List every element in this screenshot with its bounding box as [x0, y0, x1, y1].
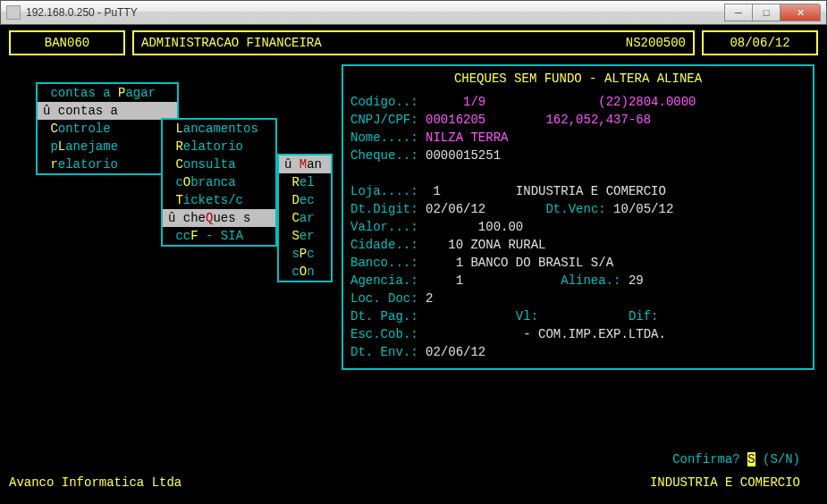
- menu3-item-4[interactable]: Ser: [279, 227, 331, 245]
- close-button[interactable]: ✕: [780, 4, 821, 21]
- detail-title: CHEQUES SEM FUNDO - ALTERA ALINEA: [350, 70, 806, 88]
- vl-label: Vl:: [516, 309, 538, 323]
- nome-value: NILZA TERRA: [426, 130, 508, 145]
- dtenv-value: 02/06/12: [426, 345, 485, 359]
- agencia-value: 1: [456, 273, 463, 288]
- cidade-value: 10 ZONA RURAL: [448, 238, 545, 252]
- menu-level-1: contas a Pagar û contas a Controle pLane…: [36, 82, 179, 175]
- menu1-item-3[interactable]: pLanejame: [38, 138, 177, 155]
- valor-label: Valor...:: [350, 220, 418, 234]
- window-title: 192.168.0.250 - PuTTY: [26, 6, 725, 19]
- detail-panel: CHEQUES SEM FUNDO - ALTERA ALINEA Codigo…: [342, 64, 814, 370]
- menu2-item-0[interactable]: Lancamentos: [163, 120, 275, 138]
- menu3-item-2[interactable]: Dec: [279, 191, 331, 209]
- valor-value: 100.00: [478, 220, 523, 234]
- cnpj-value: 00016205: [426, 113, 485, 127]
- locdoc-value: 2: [426, 291, 433, 306]
- menu2-item-6[interactable]: ccF - SIA: [163, 227, 275, 245]
- cheque-label: Cheque..:: [350, 148, 418, 163]
- loja-label: Loja....:: [350, 184, 418, 198]
- menu2-item-1[interactable]: Relatorio: [163, 138, 275, 155]
- menu3-item-3[interactable]: Car: [279, 209, 331, 227]
- putty-icon: [6, 5, 21, 20]
- menu1-item-2[interactable]: Controle: [38, 120, 177, 138]
- footer-right: INDUSTRIA E COMERCIO: [650, 474, 800, 491]
- dif-label: Dif:: [629, 309, 659, 323]
- header-code: BAN060: [9, 30, 125, 55]
- menu2-item-3[interactable]: cObranca: [163, 173, 275, 191]
- loja-value: 1: [433, 184, 440, 198]
- loja-desc: INDUSTRIA E COMERCIO: [516, 184, 666, 198]
- menu1-item-1[interactable]: û contas a: [38, 102, 177, 120]
- footer-left: Avanco Informatica Ltda: [9, 474, 181, 491]
- agencia-label: Agencia.:: [350, 273, 418, 288]
- banco-value: 1 BANCO DO BRASIL S/A: [456, 256, 613, 270]
- esccob-label: Esc.Cob.:: [350, 327, 418, 341]
- dtvenc-label: Dt.Venc:: [545, 202, 605, 216]
- confirm-value[interactable]: S: [747, 452, 755, 466]
- alinea-value: 29: [629, 273, 644, 288]
- window-titlebar: 192.168.0.250 - PuTTY ─ □ ✕: [0, 0, 827, 25]
- alinea-label: Alinea.:: [561, 273, 620, 288]
- banco-label: Banco...:: [350, 256, 418, 270]
- dtdigit-value: 02/06/12: [426, 202, 485, 216]
- nome-label: Nome....:: [350, 130, 418, 145]
- menu3-item-1[interactable]: Rel: [279, 173, 331, 191]
- dtenv-label: Dt. Env.:: [350, 345, 418, 359]
- header-date: 08/06/12: [702, 30, 818, 55]
- header-title-box: ADMINISTRACAO FINANCEIRA NS200500: [132, 30, 695, 55]
- terminal-area: BAN060 ADMINISTRACAO FINANCEIRA NS200500…: [0, 25, 827, 504]
- dtpag-label: Dt. Pag.:: [350, 309, 418, 323]
- menu2-item-5[interactable]: û cheQues s: [163, 209, 275, 227]
- confirm-hint: (S/N): [763, 452, 800, 466]
- confirm-prompt[interactable]: Confirma? S (S/N): [672, 450, 800, 468]
- dtdigit-label: Dt.Digit:: [350, 202, 418, 216]
- cnpj2-value: 162,052,437-68: [545, 113, 651, 127]
- menu2-item-4[interactable]: Tickets/c: [163, 191, 275, 209]
- codigo-ext1: (22): [598, 95, 629, 109]
- menu1-item-0[interactable]: contas a Pagar: [38, 84, 177, 102]
- cnpj-label: CNPJ/CPF:: [350, 113, 418, 127]
- minimize-button[interactable]: ─: [724, 4, 753, 21]
- menu3-item-0[interactable]: û Man: [279, 155, 331, 173]
- cheque-value: 0000015251: [426, 148, 501, 163]
- confirm-label: Confirma?: [672, 452, 740, 466]
- menu3-item-5[interactable]: sPc: [279, 245, 331, 263]
- menu-level-3: û Man Rel Dec Car Ser sPc cOn: [277, 154, 333, 282]
- esccob-value: - COM.IMP.EXP.LTDA.: [523, 327, 666, 341]
- menu1-item-4[interactable]: relatorio: [38, 155, 177, 173]
- maximize-button[interactable]: □: [752, 4, 781, 21]
- menu-level-2: Lancamentos Relatorio Consulta cObranca …: [161, 118, 277, 247]
- codigo-label: Codigo..:: [350, 95, 418, 109]
- dtvenc-value: 10/05/12: [613, 202, 673, 216]
- cidade-label: Cidade..:: [350, 238, 418, 252]
- menu2-item-2[interactable]: Consulta: [163, 155, 275, 173]
- codigo-value: 1/9: [463, 95, 485, 109]
- locdoc-label: Loc. Doc:: [350, 291, 418, 306]
- codigo-ext2: 2804.0000: [629, 95, 696, 109]
- header-user: NS200500: [626, 34, 686, 52]
- menu3-item-6[interactable]: cOn: [279, 263, 331, 281]
- header-title: ADMINISTRACAO FINANCEIRA: [141, 34, 626, 52]
